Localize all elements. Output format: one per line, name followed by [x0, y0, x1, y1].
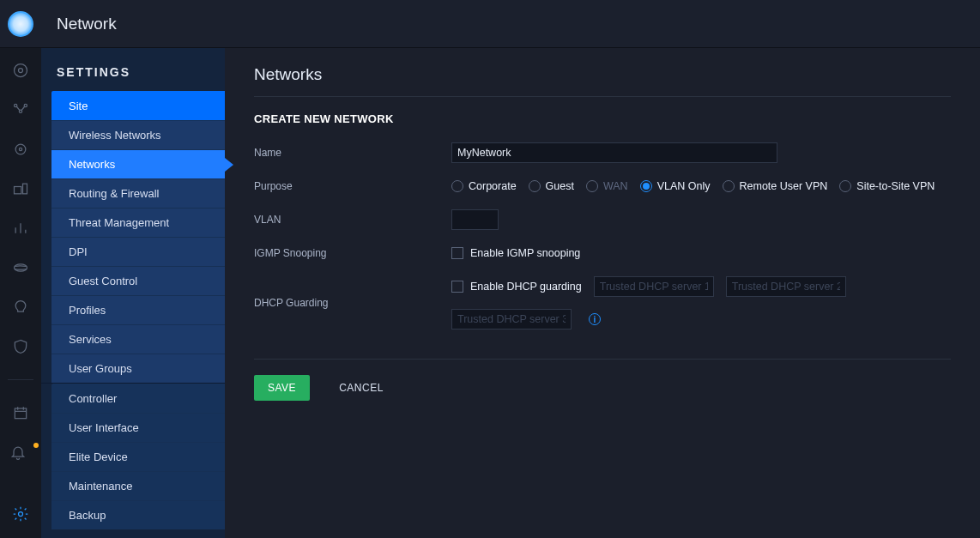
rail-divider	[8, 379, 33, 380]
rail-stats-icon[interactable]	[0, 218, 41, 239]
label-name: Name	[254, 147, 451, 159]
button-row: SAVE CANCEL	[254, 375, 951, 401]
sidebar-item-label: Wireless Networks	[69, 129, 161, 142]
name-input[interactable]	[451, 142, 777, 163]
sidebar-item-wireless-networks[interactable]: Wireless Networks	[51, 120, 225, 149]
settings-group-2: Controller User Interface Elite Device M…	[51, 384, 225, 529]
dhcp-server-3-input	[451, 309, 572, 329]
radio-dot-icon	[529, 180, 541, 192]
rail-security-icon[interactable]	[0, 257, 41, 278]
sidebar-item-label: Profiles	[69, 304, 106, 317]
panel-title: Networks	[254, 65, 951, 97]
svg-point-1	[19, 69, 23, 73]
settings-sidebar: SETTINGS Site Wireless Networks Networks…	[41, 48, 225, 538]
info-icon[interactable]: i	[589, 313, 601, 325]
sidebar-item-label: Backup	[69, 509, 106, 522]
sidebar-item-services[interactable]: Services	[51, 324, 225, 354]
rail-dashboard-icon[interactable]	[0, 60, 41, 81]
sidebar-item-guest-control[interactable]: Guest Control	[51, 266, 225, 295]
purpose-radio-group: Corporate Guest WAN VLAN Only Remote Use…	[451, 180, 951, 192]
radio-corporate[interactable]: Corporate	[451, 180, 517, 192]
vlan-input[interactable]	[451, 209, 499, 230]
radio-site-to-site-vpn[interactable]: Site-to-Site VPN	[839, 180, 935, 192]
page-title: Network	[57, 15, 117, 33]
notification-dot	[33, 443, 39, 448]
label-igmp: IGMP Snooping	[254, 247, 451, 259]
sidebar-item-networks[interactable]: Networks	[51, 149, 225, 178]
radio-label: Site-to-Site VPN	[856, 180, 935, 192]
sidebar-item-label: Threat Management	[69, 216, 169, 229]
brand-icon[interactable]	[0, 0, 41, 48]
save-button[interactable]: SAVE	[254, 375, 310, 401]
radio-label: Remote User VPN	[740, 180, 828, 192]
settings-heading: SETTINGS	[41, 65, 225, 91]
svg-point-11	[19, 512, 23, 517]
left-rail	[0, 48, 41, 538]
sidebar-item-backup[interactable]: Backup	[51, 500, 225, 529]
dhcp-server-1-input	[594, 276, 714, 297]
create-network-form: Name Purpose Corporate Guest WAN VLAN On…	[254, 142, 951, 329]
igmp-checkbox[interactable]: Enable IGMP snooping	[451, 247, 580, 259]
radio-label: Guest	[546, 180, 574, 192]
sidebar-item-dpi[interactable]: DPI	[51, 237, 225, 266]
sidebar-item-label: DPI	[69, 245, 88, 258]
rail-bell-icon[interactable]	[0, 442, 41, 462]
svg-point-3	[19, 110, 21, 112]
sidebar-item-routing-firewall[interactable]: Routing & Firewall	[51, 178, 225, 208]
checkbox-box-icon	[451, 281, 463, 293]
svg-point-6	[19, 148, 21, 150]
top-bar: Network	[0, 0, 980, 48]
rail-shape-icon[interactable]	[0, 297, 41, 317]
sidebar-item-elite-device[interactable]: Elite Device	[51, 442, 225, 471]
cancel-button[interactable]: CANCEL	[325, 375, 397, 401]
sidebar-item-label: Guest Control	[69, 275, 137, 287]
rail-shield-icon[interactable]	[0, 336, 41, 357]
svg-point-2	[15, 104, 17, 106]
sidebar-item-label: Controller	[69, 392, 117, 405]
sidebar-item-label: User Interface	[69, 421, 139, 434]
rail-calendar-icon[interactable]	[0, 402, 41, 423]
sidebar-item-user-groups[interactable]: User Groups	[51, 354, 225, 383]
radio-remote-user-vpn[interactable]: Remote User VPN	[723, 180, 828, 192]
sidebar-item-label: Site	[69, 100, 88, 112]
radio-vlan-only[interactable]: VLAN Only	[640, 180, 711, 192]
dhcp-server-2-input	[726, 276, 846, 297]
svg-rect-10	[15, 408, 26, 419]
radio-label: Corporate	[469, 180, 517, 192]
svg-point-4	[24, 104, 27, 106]
radio-dot-icon	[723, 180, 735, 192]
radio-dot-icon	[451, 180, 463, 192]
radio-dot-icon	[839, 180, 851, 192]
sidebar-item-label: User Groups	[69, 362, 132, 375]
sidebar-item-user-interface[interactable]: User Interface	[51, 413, 225, 442]
radio-dot-icon	[586, 180, 598, 192]
sidebar-item-site[interactable]: Site	[51, 91, 225, 120]
svg-point-5	[15, 144, 26, 154]
rail-graph-icon[interactable]	[0, 100, 41, 120]
sidebar-item-threat-management[interactable]: Threat Management	[51, 208, 225, 237]
checkbox-box-icon	[451, 247, 463, 259]
radio-dot-icon	[640, 180, 652, 192]
dhcp-checkbox[interactable]: Enable DHCP guarding	[451, 281, 582, 293]
checkbox-label: Enable DHCP guarding	[470, 281, 582, 293]
sidebar-item-profiles[interactable]: Profiles	[51, 295, 225, 324]
svg-point-9	[15, 264, 27, 271]
rail-gear-icon[interactable]	[0, 504, 41, 524]
svg-rect-7	[15, 187, 21, 194]
sidebar-item-controller[interactable]: Controller	[51, 384, 225, 413]
settings-group-1: Site Wireless Networks Networks Routing …	[51, 91, 225, 383]
label-dhcp: DHCP Guarding	[254, 297, 451, 309]
rail-insights-icon[interactable]	[0, 178, 41, 199]
radio-wan: WAN	[586, 180, 628, 192]
radio-label: WAN	[603, 180, 628, 192]
sidebar-item-label: Routing & Firewall	[69, 187, 160, 200]
main-panel: Networks CREATE NEW NETWORK Name Purpose…	[225, 48, 980, 538]
sidebar-item-label: Maintenance	[69, 480, 132, 493]
section-title: CREATE NEW NETWORK	[254, 112, 951, 125]
rail-devices-icon[interactable]	[0, 139, 41, 160]
sidebar-item-label: Networks	[69, 158, 115, 171]
sidebar-item-maintenance[interactable]: Maintenance	[51, 471, 225, 500]
label-vlan: VLAN	[254, 214, 451, 226]
radio-guest[interactable]: Guest	[529, 180, 574, 192]
svg-rect-8	[23, 184, 27, 194]
